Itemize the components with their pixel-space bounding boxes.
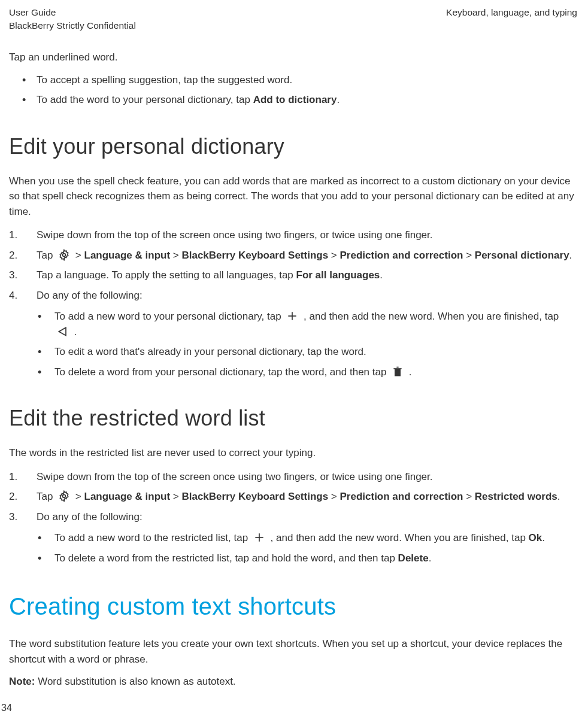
s2s2-gt3: > [328,491,340,502]
section1-sublist: To add a new word to your personal dicti… [37,309,577,379]
page-content: User Guide BlackBerry Strictly Confident… [0,0,588,689]
section1-sub2: To edit a word that's already in your pe… [38,344,577,360]
s2sub1-c: . [542,532,545,543]
settings-gear-icon [58,490,70,502]
section-edit-dictionary-title: Edit your personal dictionary [9,130,577,163]
s1s3-suffix: . [380,269,383,281]
s1sub1-b: , and then add the new word. When you ar… [301,311,559,322]
s1s2-gt3: > [328,250,340,261]
intro-bullet-2-bold: Add to dictionary [253,94,337,105]
back-triangle-icon [57,326,69,338]
settings-gear-icon [58,249,70,261]
s2s2-gt2: > [170,491,181,502]
s2s2-b3: Prediction and correction [340,491,463,502]
s2s2-gt1: > [72,491,84,502]
section1-steps: Swipe down from the top of the screen on… [9,227,577,379]
section-restricted-title: Edit the restricted word list [9,402,577,435]
s1sub1-a: To add a new word to your personal dicti… [54,311,284,322]
delete-trash-icon [392,366,404,378]
s1s2-b4: Personal dictionary [475,250,569,261]
section2-sub1: To add a new word to the restricted list… [38,530,577,546]
s2sub1-b: , and then add the new word. When you ar… [268,532,529,543]
s2s2-b2: BlackBerry Keyboard Settings [181,491,328,502]
s1s2-b1: Language & input [84,250,171,261]
section1-step1-text: Swipe down from the top of the screen on… [37,229,432,241]
s1s3-prefix: Tap a language. To apply the setting to … [37,269,296,281]
s1s2-gt2: > [170,250,181,261]
intro-bullet-1-text: To accept a spelling suggestion, tap the… [37,74,292,86]
s2sub1-a: To add a new word to the restricted list… [54,532,251,543]
s1sub3-a: To delete a word from your personal dict… [54,366,389,378]
section2-steps: Swipe down from the top of the screen on… [9,469,577,566]
section1-step3: Tap a language. To apply the setting to … [9,268,577,283]
s1s2-b2: BlackBerry Keyboard Settings [181,250,328,261]
header-right: Keyboard, language, and typing [446,6,577,32]
intro-bullet-1: To accept a spelling suggestion, tap the… [22,72,577,88]
plus-icon [286,310,298,322]
page-header: User Guide BlackBerry Strictly Confident… [9,6,577,32]
s1s2-gt1: > [72,250,84,261]
intro-bullet-2-prefix: To add the word to your personal diction… [37,94,253,105]
s2sub1-bold: Ok [529,532,542,543]
svg-point-0 [63,253,66,256]
intro-bullet-list: To accept a spelling suggestion, tap the… [9,72,577,108]
s1sub2-text: To edit a word that's already in your pe… [54,346,366,357]
plus-icon [253,531,265,543]
s1s4-text: Do any of the following: [37,290,143,301]
header-user-guide: User Guide [9,6,136,19]
s2s2-gt4: > [463,491,474,502]
s1s3-bold: For all languages [296,269,380,281]
intro-bullet-2-suffix: . [337,94,340,105]
section3-desc: The word substitution feature lets you c… [9,636,577,667]
section-shortcuts-title: Creating custom text shortcuts [9,588,577,624]
header-confidential: BlackBerry Strictly Confidential [9,19,136,32]
section1-desc: When you use the spell check feature, yo… [9,174,577,220]
section1-sub1: To add a new word to your personal dicti… [38,309,577,339]
section1-step2: Tap > Language & input > BlackBerry Keyb… [9,248,577,263]
page-number: 34 [1,701,12,715]
header-section-title: Keyboard, language, and typing [446,6,577,19]
section2-step3: Do any of the following: To add a new wo… [9,509,577,566]
s2s3-text: Do any of the following: [37,511,143,523]
svg-point-6 [63,495,66,498]
s1s2-end: . [569,250,572,261]
s1s2-b3: Prediction and correction [340,250,463,261]
s2s2-b4: Restricted words [475,491,557,502]
s2sub2-b: . [429,552,432,564]
note-label: Note: [9,676,35,687]
section1-step1: Swipe down from the top of the screen on… [9,227,577,243]
s2s1-text: Swipe down from the top of the screen on… [37,471,432,482]
section2-step1: Swipe down from the top of the screen on… [9,469,577,485]
s1s2-gt4: > [463,250,474,261]
s1sub3-b: . [406,366,411,378]
s2s2-b1: Language & input [84,491,171,502]
intro-bullet-2: To add the word to your personal diction… [22,92,577,108]
intro-tap-underlined: Tap an underlined word. [9,50,577,65]
section2-step2: Tap > Language & input > BlackBerry Keyb… [9,489,577,505]
section1-sub3: To delete a word from your personal dict… [38,364,577,380]
s1sub1-c: . [71,326,77,338]
header-left: User Guide BlackBerry Strictly Confident… [9,6,136,32]
section1-step4: Do any of the following: To add a new wo… [9,288,577,380]
section2-sub2: To delete a word from the restricted lis… [38,551,577,566]
section2-sublist: To add a new word to the restricted list… [37,530,577,566]
s2sub2-bold: Delete [398,552,429,564]
svg-rect-3 [395,370,400,376]
s2s2-tap: Tap [37,491,56,502]
s2s2-end: . [557,491,560,502]
s2sub2-a: To delete a word from the restricted lis… [54,552,398,564]
section1-step2-tap: Tap [37,250,56,261]
section3-note: Note: Word substitution is also known as… [9,674,577,689]
section2-desc: The words in the restricted list are nev… [9,445,577,461]
note-text: Word substitution is also known as autot… [35,676,235,687]
